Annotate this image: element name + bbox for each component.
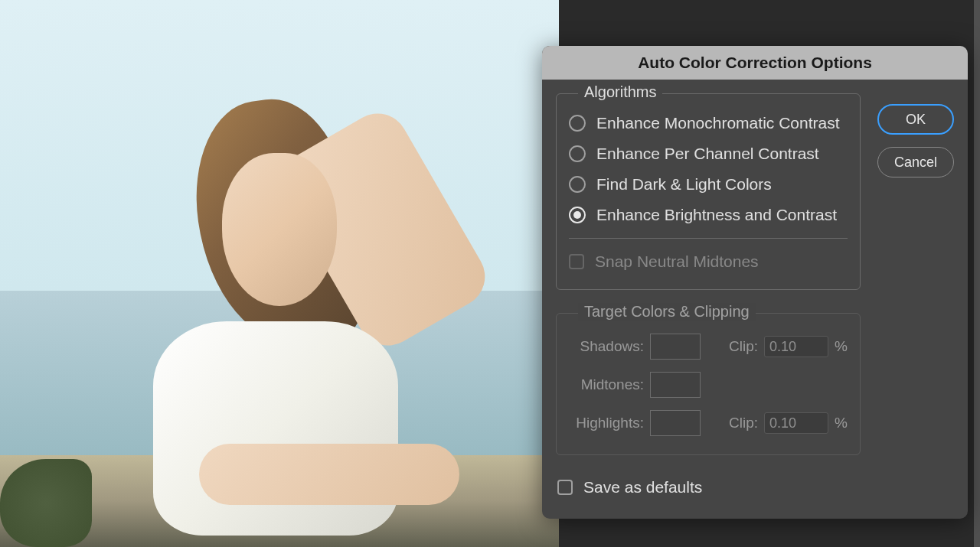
- cancel-button[interactable]: Cancel: [877, 147, 954, 177]
- radio-label: Enhance Per Channel Contrast: [596, 145, 819, 163]
- shadows-row: Shadows: Clip: %: [569, 327, 848, 366]
- radio-find-dark-light[interactable]: Find Dark & Light Colors: [569, 169, 848, 200]
- midtones-swatch[interactable]: [650, 372, 701, 398]
- canvas-image: [0, 0, 559, 547]
- radio-enhance-per-channel[interactable]: Enhance Per Channel Contrast: [569, 138, 848, 169]
- checkbox-label: Save as defaults: [583, 478, 702, 497]
- radio-label: Enhance Monochromatic Contrast: [596, 114, 840, 132]
- radio-icon: [569, 115, 586, 132]
- ok-button[interactable]: OK: [877, 104, 954, 135]
- highlights-row: Highlights: Clip: %: [569, 404, 848, 442]
- auto-color-correction-dialog: Auto Color Correction Options Algorithms…: [542, 46, 968, 519]
- midtones-row: Midtones:: [569, 366, 848, 404]
- radio-label: Find Dark & Light Colors: [596, 175, 772, 194]
- shadows-label: Shadows:: [569, 338, 644, 355]
- radio-icon: [569, 207, 586, 223]
- panel-edge: [974, 0, 980, 547]
- highlights-label: Highlights:: [569, 415, 644, 431]
- radio-icon: [569, 145, 586, 162]
- algorithms-legend: Algorithms: [578, 83, 662, 101]
- shadows-clip-input[interactable]: [764, 336, 828, 357]
- radio-icon: [569, 176, 586, 193]
- dialog-title: Auto Color Correction Options: [542, 46, 968, 80]
- target-colors-fieldset: Target Colors & Clipping Shadows: Clip: …: [556, 313, 861, 455]
- checkbox-label: Snap Neutral Midtones: [595, 252, 759, 271]
- radio-enhance-monochromatic[interactable]: Enhance Monochromatic Contrast: [569, 108, 848, 138]
- highlights-swatch[interactable]: [650, 410, 701, 436]
- checkbox-icon: [557, 480, 573, 495]
- target-colors-legend: Target Colors & Clipping: [578, 303, 756, 321]
- percent-label: %: [835, 415, 848, 431]
- midtones-label: Midtones:: [569, 376, 644, 393]
- highlights-clip-input[interactable]: [764, 412, 828, 434]
- divider: [569, 238, 848, 239]
- checkbox-snap-neutral-midtones: Snap Neutral Midtones: [569, 246, 848, 277]
- percent-label: %: [835, 338, 848, 355]
- checkbox-icon: [569, 254, 584, 269]
- algorithms-fieldset: Algorithms Enhance Monochromatic Contras…: [556, 93, 861, 290]
- radio-enhance-brightness-contrast[interactable]: Enhance Brightness and Contrast: [569, 200, 848, 230]
- shadows-clip-label: Clip:: [729, 338, 758, 355]
- checkbox-save-as-defaults[interactable]: Save as defaults: [556, 478, 861, 497]
- radio-label: Enhance Brightness and Contrast: [596, 206, 837, 224]
- highlights-clip-label: Clip:: [729, 415, 758, 431]
- shadows-swatch[interactable]: [650, 334, 701, 360]
